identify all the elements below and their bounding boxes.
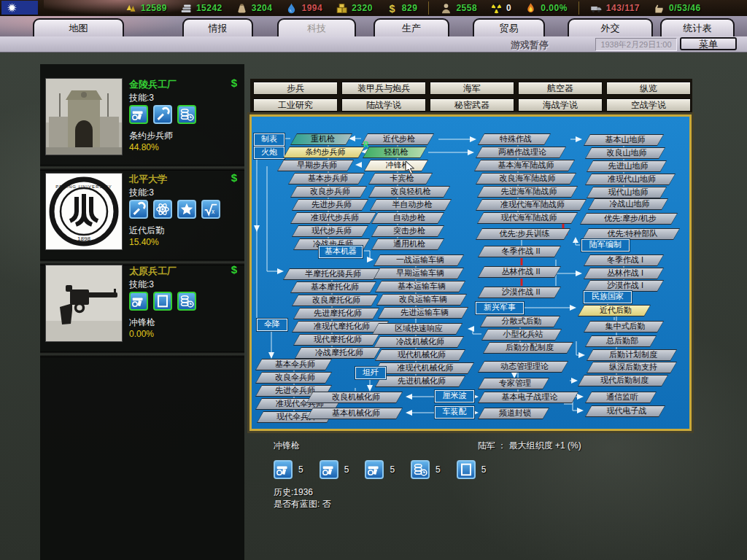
tech-node-近代步枪[interactable]: 近代步枪 <box>361 133 434 145</box>
tech-node-近代后勤[interactable]: 近代后勤 <box>578 305 651 316</box>
tech-node-动态管理理论[interactable]: 动态管理理论 <box>478 361 568 373</box>
tech-gate-基本机器[interactable]: 基本机器 <box>319 246 363 258</box>
tech-gate-民族国家[interactable]: 民族国家 <box>584 291 632 303</box>
tech-node-分散式后勤[interactable]: 分散式后勤 <box>480 316 560 327</box>
tech-node-基本运输车辆[interactable]: 基本运输车辆 <box>375 281 465 292</box>
tech-node-区域快速响应[interactable]: 区域快速响应 <box>372 323 462 335</box>
tech-node-现代山地师[interactable]: 现代山地师 <box>587 187 667 198</box>
tech-node-先进步兵师[interactable]: 先进步兵师 <box>292 199 368 211</box>
tech-node-优先:摩步/机步[interactable]: 优先:摩步/机步 <box>580 213 678 225</box>
tech-node-特殊作战[interactable]: 特殊作战 <box>478 133 551 145</box>
tech-node-通用机枪[interactable]: 通用机枪 <box>371 238 444 250</box>
tech-node-冬季作战 II[interactable]: 冬季作战 II <box>478 246 561 257</box>
tech-node-改良机械化师[interactable]: 改良机械化师 <box>306 392 403 403</box>
tech-tab-纵览[interactable]: 纵览 <box>606 82 691 95</box>
tech-node-专家管理[interactable]: 专家管理 <box>478 378 549 389</box>
tech-node-集中式后勤[interactable]: 集中式后勤 <box>584 321 664 332</box>
tech-node-优先:特种部队[interactable]: 优先:特种部队 <box>582 228 680 240</box>
tech-node-卡宾枪[interactable]: 卡宾枪 <box>368 173 433 184</box>
tech-node-改良摩托化师[interactable]: 改良摩托化师 <box>292 295 378 306</box>
tech-node-突击步枪[interactable]: 突击步枪 <box>371 225 444 237</box>
tech-node-准现代山地师[interactable]: 准现代山地师 <box>585 174 676 185</box>
nav-tab-贸易[interactable]: 贸易 <box>473 18 545 36</box>
tech-node-重机枪[interactable]: 重机枪 <box>290 133 352 145</box>
tech-node-基本步兵师[interactable]: 基本步兵师 <box>288 173 365 184</box>
tech-node-基本电子战理论[interactable]: 基本电子战理论 <box>478 392 578 403</box>
tech-tab-海战学说[interactable]: 海战学说 <box>518 98 603 112</box>
tech-tab-秘密武器[interactable]: 秘密武器 <box>430 98 514 112</box>
tech-node-条约步兵师[interactable]: 条约步兵师 <box>283 147 365 158</box>
tech-node-通信监听[interactable]: 通信监听 <box>585 392 657 403</box>
tech-node-自动步枪[interactable]: 自动步枪 <box>371 212 444 224</box>
tech-node-纵深后勤支持[interactable]: 纵深后勤支持 <box>587 362 677 373</box>
tech-node-先进海军陆战师[interactable]: 先进海军陆战师 <box>477 186 578 198</box>
nav-tab-地图[interactable]: 地图 <box>33 18 124 36</box>
nav-tab-科技[interactable]: 科技 <box>277 18 356 36</box>
tech-node-冬季作战 I[interactable]: 冬季作战 I <box>584 254 664 266</box>
nav-tab-情报[interactable]: 情报 <box>182 18 253 36</box>
tech-gate-厘米波[interactable]: 厘米波 <box>435 390 474 402</box>
tech-node-优先:步兵训练[interactable]: 优先:步兵训练 <box>476 228 570 240</box>
research-slot-1[interactable]: 金陵兵工厂技能:3条约步兵师44.80%$ <box>40 73 244 163</box>
tech-node-准现代机械化师[interactable]: 准现代机械化师 <box>374 362 474 374</box>
research-slot-2[interactable]: PEKING UNIVERSITY1898北平大学技能:3x近代后勤15.40%… <box>40 168 244 258</box>
tech-node-基本海军陆战师[interactable]: 基本海军陆战师 <box>474 160 575 171</box>
tech-node-两栖作战理论[interactable]: 两栖作战理论 <box>476 147 566 158</box>
tech-node-先进运输车辆[interactable]: 先进运输车辆 <box>378 307 468 319</box>
tech-node-半自动步枪[interactable]: 半自动步枪 <box>370 199 452 211</box>
tech-tab-航空器[interactable]: 航空器 <box>518 82 603 95</box>
nav-tab-外交[interactable]: 外交 <box>568 18 653 36</box>
tech-gate-制表[interactable]: 制表 <box>254 133 285 146</box>
tech-node-现代机械化师[interactable]: 现代机械化师 <box>375 349 465 361</box>
tech-node-一战运输车辆[interactable]: 一战运输车辆 <box>374 254 464 266</box>
tech-node-先进摩托化师[interactable]: 先进摩托化师 <box>293 308 379 319</box>
tech-tab-装甲兵与炮兵[interactable]: 装甲兵与炮兵 <box>341 82 426 95</box>
tech-node-基本机械化师[interactable]: 基本机械化师 <box>306 408 403 419</box>
tech-node-现代后勤制度[interactable]: 现代后勤制度 <box>578 375 668 386</box>
tech-node-改良轻机枪[interactable]: 改良轻机枪 <box>368 186 450 198</box>
tech-node-早期运输车辆[interactable]: 早期运输车辆 <box>374 268 464 279</box>
tech-node-后勤分配制度[interactable]: 后勤分配制度 <box>483 342 573 354</box>
tech-node-准现代步兵师[interactable]: 准现代步兵师 <box>290 212 376 224</box>
tech-node-准现代海军陆战师[interactable]: 准现代海军陆战师 <box>476 199 587 211</box>
tech-node-轻机枪[interactable]: 轻机枪R <box>363 147 427 158</box>
tech-node-总后勤部[interactable]: 总后勤部 <box>585 335 657 347</box>
tech-node-半摩托化骑兵师[interactable]: 半摩托化骑兵师 <box>283 268 380 280</box>
nav-tab-统计表[interactable]: 统计表 <box>660 18 735 36</box>
research-slot-3[interactable]: 太原兵工厂技能:3冲锋枪0.00%$ <box>40 260 244 350</box>
tech-node-基本摩托化师[interactable]: 基本摩托化师 <box>290 281 376 293</box>
tech-node-丛林作战 I[interactable]: 丛林作战 I <box>584 268 664 279</box>
tech-node-先进山地师[interactable]: 先进山地师 <box>587 160 667 172</box>
tech-tab-空战学说[interactable]: 空战学说 <box>606 98 691 112</box>
tech-tab-海军[interactable]: 海军 <box>430 82 514 95</box>
tech-node-丛林作战 II[interactable]: 丛林作战 II <box>478 266 561 278</box>
tech-gate-车装配[interactable]: 车装配 <box>435 406 474 419</box>
tech-node-改良伞兵师[interactable]: 改良伞兵师 <box>255 372 332 384</box>
tech-node-沙漠作战 I[interactable]: 沙漠作战 I <box>584 280 664 292</box>
tech-gate-新兴军事[interactable]: 新兴军事 <box>476 302 524 314</box>
tech-node-现代海军陆战师[interactable]: 现代海军陆战师 <box>477 212 578 224</box>
tech-node-冷战山地师[interactable]: 冷战山地师 <box>588 198 668 210</box>
tech-node-改良山地师[interactable]: 改良山地师 <box>585 147 665 159</box>
tech-node-现代步兵师[interactable]: 现代步兵师 <box>292 225 368 237</box>
tech-gate-伞降[interactable]: 伞降 <box>257 319 287 331</box>
tech-node-冷战摩托化师[interactable]: 冷战摩托化师 <box>295 347 381 359</box>
tech-node-基本山地师[interactable]: 基本山地师 <box>584 134 664 146</box>
nav-tab-生产[interactable]: 生产 <box>374 18 449 36</box>
tech-node-早期步兵师[interactable]: 早期步兵师 <box>277 160 354 171</box>
tech-node-现代电子战[interactable]: 现代电子战 <box>585 405 665 417</box>
tech-node-改良海军陆战师[interactable]: 改良海军陆战师 <box>476 173 576 184</box>
tech-node-改良步兵师[interactable]: 改良步兵师 <box>290 186 367 198</box>
tech-tab-步兵[interactable]: 步兵 <box>253 82 338 95</box>
tech-node-先进机械化师[interactable]: 先进机械化师 <box>375 376 465 387</box>
tech-node-改良运输车辆[interactable]: 改良运输车辆 <box>376 294 467 306</box>
tech-node-冲锋枪[interactable]: 冲锋枪 <box>364 160 428 171</box>
tech-gate-坦歼[interactable]: 坦歼 <box>355 367 386 379</box>
tech-node-基本伞兵师[interactable]: 基本伞兵师 <box>255 359 332 370</box>
tech-node-沙漠作战 II[interactable]: 沙漠作战 II <box>478 287 561 298</box>
tech-tab-陆战学说[interactable]: 陆战学说 <box>341 98 426 112</box>
tech-gate-火炮[interactable]: 火炮 <box>254 147 285 159</box>
tech-gate-陆军编制[interactable]: 陆军编制 <box>581 239 630 252</box>
tech-node-后勤计划制度[interactable]: 后勤计划制度 <box>587 349 677 361</box>
tech-node-小型化兵站[interactable]: 小型化兵站 <box>481 329 562 341</box>
